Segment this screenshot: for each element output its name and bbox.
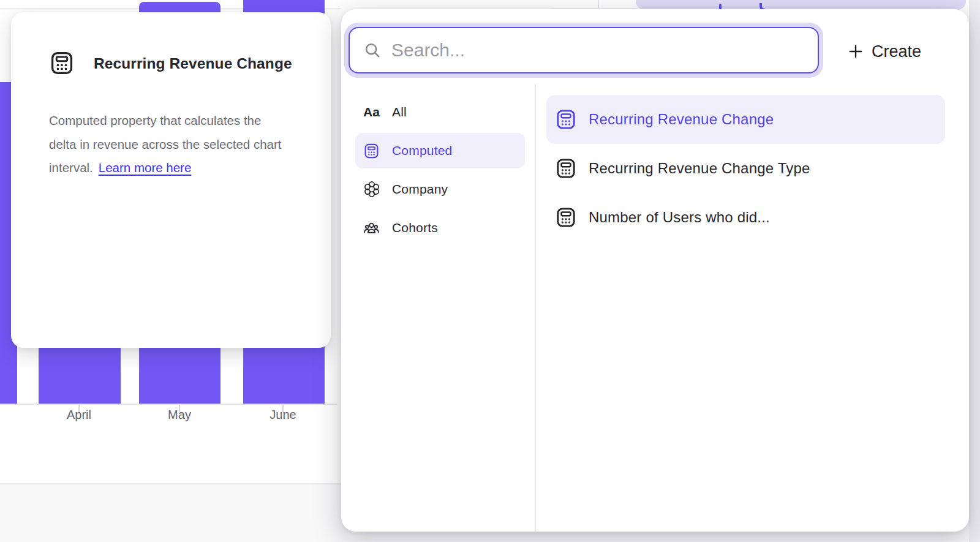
result-item-label: Recurring Revenue Change Type (589, 160, 810, 177)
create-button[interactable]: Create (848, 37, 959, 66)
create-button-label: Create (872, 42, 921, 61)
aa-text-icon: Aa (363, 105, 380, 119)
search-focus-ring (344, 23, 823, 78)
calculator-icon (49, 50, 75, 76)
sidebar-item-label: Computed (392, 143, 453, 158)
x-axis-label: May (143, 408, 216, 422)
sidebar-item-computed[interactable]: Computed (355, 133, 525, 168)
search-input[interactable] (391, 40, 807, 61)
result-item-label: Recurring Revenue Change (589, 111, 774, 128)
clipped-property-pill[interactable] (636, 0, 966, 10)
property-tooltip-card: Recurring Revenue Change Computed proper… (11, 12, 331, 348)
sidebar-item-cohorts[interactable]: Cohorts (355, 210, 525, 246)
calculator-icon (363, 143, 380, 159)
x-axis-line (0, 404, 337, 405)
tooltip-description-line: interval. (49, 160, 93, 175)
sidebar-item-label: Company (392, 182, 448, 197)
background-column-divider (598, 0, 599, 8)
modal-column-divider (535, 85, 536, 532)
tooltip-description-line: Computed property that calculates the (49, 113, 261, 127)
calculator-icon (554, 108, 578, 130)
sidebar-item-company[interactable]: Company (355, 171, 525, 207)
category-sidebar: Aa All Computed Company Cohorts (355, 94, 525, 249)
calculator-icon (554, 206, 578, 228)
sidebar-item-label: Cohorts (392, 220, 438, 235)
tooltip-title: Recurring Revenue Change (94, 55, 292, 72)
search-field[interactable] (349, 27, 819, 73)
tooltip-description-line: delta in revenue across the selected cha… (49, 137, 281, 151)
calculator-icon (554, 157, 578, 179)
result-item-number-of-users-who-did[interactable]: Number of Users who did... (546, 193, 945, 242)
result-item-label: Number of Users who did... (589, 209, 770, 226)
sidebar-item-all[interactable]: Aa All (355, 94, 525, 130)
sidebar-item-label: All (392, 105, 407, 119)
result-item-recurring-revenue-change-type[interactable]: Recurring Revenue Change Type (546, 144, 945, 193)
company-cluster-icon (363, 181, 380, 197)
results-list: Recurring Revenue Change Recurring Reven… (546, 95, 945, 242)
tooltip-description: Computed property that calculates the de… (49, 109, 318, 180)
cohorts-people-icon (363, 220, 380, 236)
learn-more-link[interactable]: Learn more here (99, 160, 192, 175)
page-right-gutter (969, 0, 980, 542)
x-axis-label: June (246, 408, 320, 422)
x-axis-label: April (42, 408, 116, 422)
app-viewport: April May June Recurring Revenue Change … (0, 0, 980, 542)
background-card-top-edge (551, 8, 637, 9)
plus-icon (848, 44, 863, 59)
search-icon (363, 41, 382, 59)
result-item-recurring-revenue-change[interactable]: Recurring Revenue Change (546, 95, 945, 144)
property-picker-modal: Create Aa All Computed Company Cohorts (341, 9, 969, 532)
